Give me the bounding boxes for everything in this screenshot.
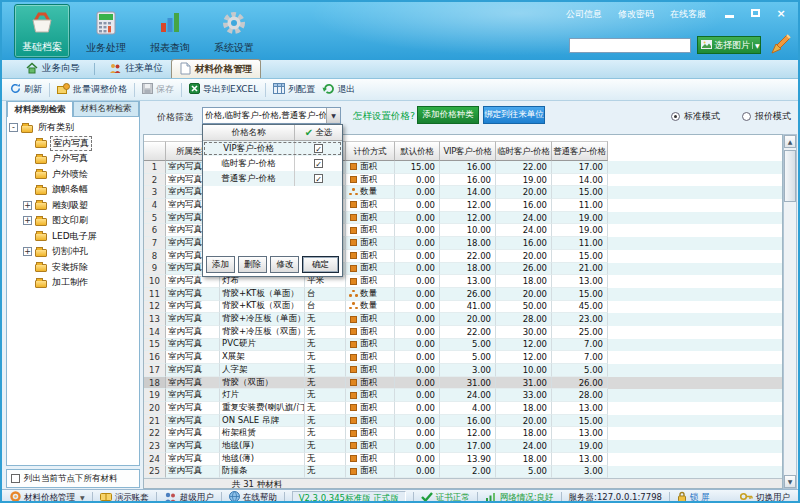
vertical-scrollbar[interactable]: ▲ ▼ bbox=[783, 134, 797, 489]
cell: 0.00 bbox=[395, 466, 440, 479]
app-window: 基础档案业务处理报表查询系统设置 公司信息修改密码在线客服 × 选择图片 ▼ 业… bbox=[0, 0, 800, 503]
folder-icon bbox=[35, 156, 47, 164]
table-row[interactable]: 14室内写真背胶+冷压板（双面）无面积0.0022.0030.0025.00 bbox=[144, 326, 782, 339]
scrollbar-thumb[interactable] bbox=[784, 150, 796, 202]
table-row[interactable]: 20室内写真重复安装费(喇叭旗/门型)无面积0.004.0018.0013.00 bbox=[144, 402, 782, 415]
cell: 0.00 bbox=[395, 415, 440, 428]
nav-button-业务处理[interactable]: 业务处理 bbox=[78, 4, 134, 58]
tree-item-加工制作[interactable]: 加工制作 bbox=[9, 275, 137, 291]
tree-item-切割冲孔[interactable]: +切割冲孔 bbox=[9, 244, 137, 260]
bind-to-partner-button[interactable]: 绑定到往来单位 bbox=[483, 106, 545, 124]
tab-业务向导[interactable]: 业务向导 bbox=[18, 59, 88, 78]
scroll-up-arrow-icon[interactable]: ▲ bbox=[784, 135, 796, 148]
mode-radio-报价模式[interactable]: 报价模式 bbox=[742, 110, 791, 123]
table-row[interactable]: 23室内写真地毯(厚)无面积0.0017.0024.0019.00 bbox=[144, 440, 782, 453]
mode-radio-标准模式[interactable]: 标准模式 bbox=[671, 110, 720, 123]
choose-image-button[interactable]: 选择图片 ▼ bbox=[697, 36, 761, 54]
table-row[interactable]: 10室内写真灯布平米面积0.0013.0018.0013.00 bbox=[144, 275, 782, 288]
nav-button-报表查询[interactable]: 报表查询 bbox=[142, 4, 198, 58]
minimize-button[interactable] bbox=[722, 7, 736, 19]
table-row[interactable]: 25室内写真防撞条无面积0.002.005.003.00 bbox=[144, 466, 782, 479]
close-button[interactable]: × bbox=[774, 7, 788, 19]
price-filter-combobox[interactable]: 价格,临时客户-价格,普通客户-价格 ▼ bbox=[202, 107, 341, 124]
table-row[interactable]: 19室内写真灯片无面积0.0024.0033.0028.00 bbox=[144, 389, 782, 402]
status-V2.3.0.345标准版正式版[interactable]: V2.3.0.345标准版 正式版 bbox=[292, 491, 406, 503]
table-row[interactable]: 18室内写真背胶（双面）无面积0.0031.0031.0026.00 bbox=[144, 377, 782, 390]
titlebar-link[interactable]: 公司信息 bbox=[566, 8, 602, 21]
column-header-0[interactable] bbox=[144, 141, 166, 161]
status-切换用户[interactable]: 切换用户 bbox=[740, 492, 790, 503]
tab-材料价格管理[interactable]: 材料价格管理 bbox=[171, 59, 261, 78]
toolbar-列配置-button[interactable]: 列配置 bbox=[273, 83, 315, 96]
tree-item-户外喷绘[interactable]: 户外喷绘 bbox=[9, 167, 137, 183]
price-type-row-VIP客户-价格[interactable]: VIP客户-价格✓ bbox=[203, 141, 342, 156]
tree-item-雕刻吸塑[interactable]: +雕刻吸塑 bbox=[9, 198, 137, 214]
price-type-row-临时客户-价格[interactable]: 临时客户-价格✓ bbox=[203, 156, 342, 171]
table-row[interactable]: 12室内写真背胶+KT板（双面）台数量0.0041.0050.0045.00 bbox=[144, 301, 782, 314]
table-row[interactable]: 22室内写真桁架租赁无面积0.0012.0018.0013.00 bbox=[144, 427, 782, 440]
column-header-临时客户-价格[interactable]: 临时客户-价格 bbox=[496, 141, 552, 161]
status-网络情况:良好[interactable]: 网络情况:良好 bbox=[485, 492, 554, 503]
expand-icon[interactable]: + bbox=[23, 216, 32, 225]
tree-item-LED电子屏[interactable]: LED电子屏 bbox=[9, 229, 137, 245]
titlebar-link[interactable]: 在线客服 bbox=[670, 8, 706, 21]
dropdown-添加-button[interactable]: 添加 bbox=[206, 256, 235, 273]
toolbar-导出到EXCEL-button[interactable]: 导出到EXCEL bbox=[189, 83, 258, 96]
status-超级用户[interactable]: 超级用户 bbox=[164, 492, 214, 503]
expand-icon[interactable]: + bbox=[23, 247, 32, 256]
status-在线帮助[interactable]: 在线帮助 bbox=[229, 491, 277, 503]
tree-item-图文印刷[interactable]: +图文印刷 bbox=[9, 213, 137, 229]
tree-item-户外写真[interactable]: 户外写真 bbox=[9, 151, 137, 167]
list-all-materials-checkbox[interactable]: 列出当前节点下所有材料 bbox=[6, 469, 140, 488]
table-row[interactable]: 11室内写真背胶+KT板（单面）台数量0.0026.0020.0015.00 bbox=[144, 288, 782, 301]
maximize-button[interactable] bbox=[748, 7, 762, 19]
dropdown-确定-button[interactable]: 确定 bbox=[302, 256, 339, 273]
cell: 17.00 bbox=[440, 440, 496, 453]
sidebar-tab-材料名称检索[interactable]: 材料名称检索 bbox=[73, 102, 139, 117]
column-header-默认价格[interactable]: 默认价格 bbox=[395, 141, 440, 161]
tab-往来单位[interactable]: 往来单位 bbox=[101, 59, 171, 78]
price-type-row-普通客户-价格[interactable]: 普通客户-价格✓ bbox=[203, 171, 342, 186]
select-all[interactable]: ✔ 全选 bbox=[295, 125, 342, 140]
toolbar-刷新-button[interactable]: 刷新 bbox=[10, 83, 42, 96]
titlebar-link[interactable]: 修改密码 bbox=[618, 8, 654, 21]
status-锁屏[interactable]: 锁 屏 bbox=[677, 491, 710, 503]
image-search-input[interactable] bbox=[569, 38, 691, 53]
table-row[interactable]: 15室内写真PVC硬片无面积0.005.0012.007.00 bbox=[144, 339, 782, 352]
combo-dropdown-arrow-icon[interactable]: ▼ bbox=[326, 108, 340, 123]
tree-item-安装拆除[interactable]: 安装拆除 bbox=[9, 260, 137, 276]
column-header-VIP客户-价格[interactable]: VIP客户-价格 bbox=[440, 141, 496, 161]
how-to-set-price-link[interactable]: 怎样设置价格? bbox=[353, 110, 415, 123]
price-type-checkbox[interactable]: ✓ bbox=[295, 156, 342, 171]
table-row[interactable]: 13室内写真背胶+冷压板（单面）无面积0.0020.0028.0023.00 bbox=[144, 313, 782, 326]
table-row[interactable]: 21室内写真ON SALE 吊牌无面积0.0016.0020.0015.00 bbox=[144, 415, 782, 428]
table-row[interactable]: 17室内写真人字架无面积0.003.0010.005.00 bbox=[144, 364, 782, 377]
toolbar-退出-button[interactable]: 退出 bbox=[322, 83, 355, 96]
tree-root[interactable]: -所有类别 bbox=[9, 120, 137, 136]
scroll-down-arrow-icon[interactable]: ▼ bbox=[784, 475, 796, 488]
status-证书正常[interactable]: 证书正常 bbox=[421, 492, 470, 503]
nav-button-系统设置[interactable]: 系统设置 bbox=[206, 4, 262, 58]
status-材料价格管理[interactable]: 材料价格管理▼ bbox=[10, 491, 85, 503]
add-price-type-button[interactable]: 添加价格种类 bbox=[417, 106, 479, 124]
dropdown-删除-button[interactable]: 删除 bbox=[238, 256, 267, 273]
price-type-checkbox[interactable]: ✓ bbox=[295, 171, 342, 186]
tree-item-旗帜条幅[interactable]: 旗帜条幅 bbox=[9, 182, 137, 198]
expand-icon[interactable]: + bbox=[23, 201, 32, 210]
sidebar-tab-材料类别检索[interactable]: 材料类别检索 bbox=[7, 102, 73, 117]
price-type-checkbox[interactable]: ✓ bbox=[295, 141, 342, 156]
status-演示账套[interactable]: 演示账套 bbox=[100, 492, 149, 503]
collapse-icon[interactable]: - bbox=[9, 123, 18, 132]
column-header-计价方式[interactable]: 计价方式 bbox=[346, 141, 395, 161]
table-row[interactable]: 24室内写真地毯(薄)无面积0.0013.9018.0013.00 bbox=[144, 453, 782, 466]
table-row[interactable]: 16室内写真X展架无面积0.005.0012.007.00 bbox=[144, 351, 782, 364]
nav-button-基础档案[interactable]: 基础档案 bbox=[14, 4, 70, 58]
tree-item-室内写真[interactable]: 室内写真 bbox=[9, 136, 137, 152]
horn-icon[interactable] bbox=[768, 32, 792, 58]
toolbar-批量调整价格-button[interactable]: 批量调整价格 bbox=[57, 83, 127, 96]
price-type-name: 普通客户-价格 bbox=[203, 171, 295, 186]
dropdown-修改-button[interactable]: 修改 bbox=[270, 256, 299, 273]
cell: 面积 bbox=[346, 212, 395, 225]
status-服务器:127.0.0.1:7798[interactable]: 服务器:127.0.0.1:7798 bbox=[569, 492, 662, 503]
column-header-普通客户-价格[interactable]: 普通客户-价格 bbox=[552, 141, 608, 161]
